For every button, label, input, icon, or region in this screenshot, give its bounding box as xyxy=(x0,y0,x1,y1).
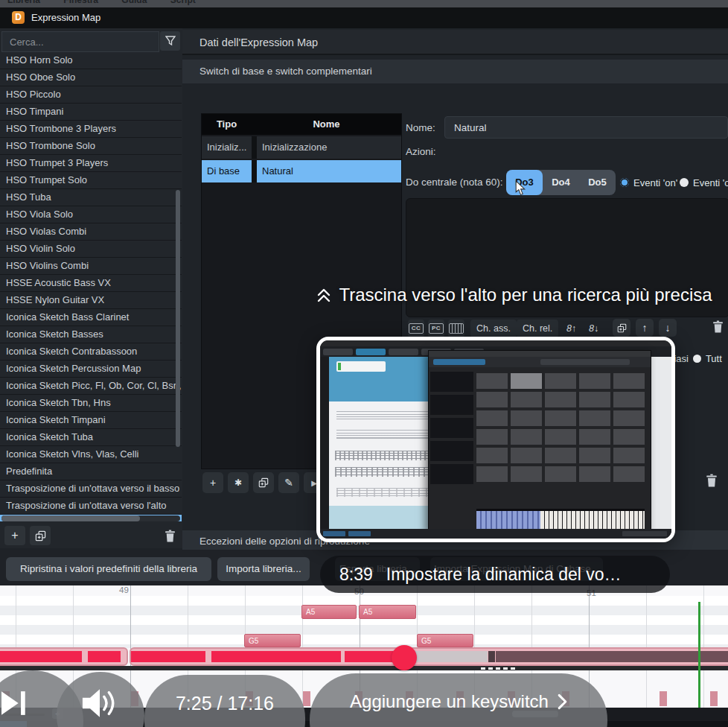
list-item[interactable]: HSSE Acoustic Bass VX xyxy=(0,275,182,292)
thumb-menu-bar xyxy=(320,340,671,346)
delete-action-button[interactable] xyxy=(712,320,724,336)
section-switches-header: Switch di base e switch complementari xyxy=(182,60,728,83)
next-icon[interactable] xyxy=(1,691,27,715)
move-up-button[interactable]: ↑ xyxy=(636,319,654,337)
delete-map-button[interactable] xyxy=(159,526,180,545)
thumb-tab xyxy=(323,349,353,355)
column-divider xyxy=(252,136,257,159)
seekbar-watched[interactable] xyxy=(0,651,82,662)
radio-eventi-on[interactable]: Eventi 'on' xyxy=(620,170,677,195)
menu-bar-clipped: Libreria Finestra Guida Script xyxy=(0,0,728,7)
thumb-pad-selected xyxy=(511,373,542,389)
ruler-label: 49 xyxy=(119,585,129,594)
radio-eventi-off[interactable]: Eventi 'of xyxy=(680,170,728,195)
chapter-time: 8:39 xyxy=(339,565,373,585)
horizontal-scrollbar[interactable] xyxy=(1,515,180,521)
dorico-app-icon: D xyxy=(12,11,25,24)
thumb-keyboard xyxy=(540,509,645,529)
segment-do5[interactable]: Do5 xyxy=(579,170,616,195)
list-item[interactable]: Trasposizione di un'ottava verso il bass… xyxy=(0,480,182,498)
channel-absolute-button[interactable]: Ch. ass. xyxy=(470,320,517,337)
filter-button[interactable] xyxy=(160,31,180,51)
duplicate-icon xyxy=(617,323,627,333)
delete-exception-button[interactable] xyxy=(706,474,718,490)
duplicate-switch-button[interactable] xyxy=(253,472,274,493)
seekbar-watched[interactable] xyxy=(211,651,341,662)
list-item[interactable]: Trasposizione di un'ottava verso l'alto xyxy=(0,498,182,515)
table-row-selected[interactable]: Di base Natural xyxy=(202,160,401,182)
funnel-icon xyxy=(165,36,176,46)
search-input[interactable] xyxy=(1,31,159,52)
column-header-nome[interactable]: Nome xyxy=(252,114,401,135)
list-item[interactable]: HSO Horn Solo xyxy=(0,52,182,69)
list-item[interactable]: HSO Trumpet 3 Players xyxy=(0,155,182,172)
vertical-scrollbar-thumb[interactable] xyxy=(176,190,180,447)
add-map-button[interactable]: + xyxy=(4,526,25,545)
cell-nome: Natural xyxy=(257,160,401,182)
midi-note: G5 xyxy=(417,634,473,647)
add-switch-button[interactable]: + xyxy=(202,472,223,493)
pc-button[interactable]: PC xyxy=(428,320,444,337)
seekbar-remaining[interactable] xyxy=(496,651,728,662)
channel-relative-button[interactable]: Ch. rel. xyxy=(517,320,558,337)
scrub-dash xyxy=(488,667,493,670)
cc-button[interactable]: CC xyxy=(408,320,424,337)
octave-up-button[interactable]: 8↑ xyxy=(561,320,582,337)
radio-fragment-qualsiasi-tutti[interactable]: lsiasi Tutt xyxy=(667,346,728,371)
auto-add-button[interactable]: ✱ xyxy=(228,472,249,493)
list-item[interactable]: Predefinita xyxy=(0,463,182,480)
table-header-row: Tipo Nome xyxy=(202,114,401,135)
next-chapter-pill[interactable]: Aggiungere un keyswitch xyxy=(310,673,607,727)
list-item[interactable]: HSO Trombone Solo xyxy=(0,138,182,155)
list-item[interactable]: HSSE Nylon Guitar VX xyxy=(0,292,182,309)
list-item[interactable]: Iconica Sketch Contrabassoon xyxy=(0,343,182,361)
seekbar-scrubber-knob[interactable] xyxy=(392,645,417,670)
expression-map-list: HSO Horn Solo HSO Oboe Solo HSO Piccolo … xyxy=(0,52,182,521)
seekbar-buffered[interactable] xyxy=(414,651,488,662)
thumb-tool-rail xyxy=(320,357,329,529)
arrow-down-icon: ↓ xyxy=(665,322,671,334)
list-item[interactable]: Iconica Sketch Timpani xyxy=(0,412,182,429)
list-item[interactable]: HSO Tuba xyxy=(0,189,182,206)
chapter-preview-thumbnail[interactable] xyxy=(316,337,675,542)
list-item[interactable]: Iconica Sketch Bass Clarinet xyxy=(0,309,182,326)
radio-label: Eventi 'on' xyxy=(633,177,677,188)
list-item[interactable]: Iconica Sketch Percussion Map xyxy=(0,361,182,378)
segment-do4[interactable]: Do4 xyxy=(543,170,579,195)
midi-note: A5 xyxy=(359,605,416,619)
chapter-preview-pill[interactable]: 8:39 Impostare la dinamica del vo… xyxy=(320,556,670,593)
list-item[interactable]: HSO Trumpet Solo xyxy=(0,172,182,189)
list-item[interactable]: Iconica Sketch Basses xyxy=(0,326,182,343)
nome-input[interactable]: Natural xyxy=(444,116,728,139)
move-down-button[interactable]: ↓ xyxy=(659,319,677,337)
list-item[interactable]: HSO Violin Solo xyxy=(0,241,182,258)
seekbar-watched[interactable] xyxy=(88,651,121,662)
list-item[interactable]: HSO Violins Combi xyxy=(0,258,182,275)
duplicate-action-button[interactable] xyxy=(613,319,630,337)
import-library-button[interactable]: Importa libreria... xyxy=(217,557,310,581)
list-item[interactable]: Iconica Sketch Tbn, Hns xyxy=(0,395,182,412)
keyswitch-button[interactable] xyxy=(448,320,464,337)
volume-icon[interactable] xyxy=(80,687,119,720)
seekbar-watched[interactable] xyxy=(131,651,205,662)
list-item[interactable]: HSO Trombone 3 Players xyxy=(0,121,182,138)
thumb-card xyxy=(336,361,386,372)
list-item[interactable]: HSO Piccolo xyxy=(0,86,182,104)
list-item[interactable]: HSO Oboe Solo xyxy=(0,69,182,86)
list-item[interactable]: Iconica Sketch Tuba xyxy=(0,429,182,446)
list-item[interactable]: HSO Timpani xyxy=(0,104,182,121)
horizontal-scrollbar-thumb[interactable] xyxy=(1,515,140,521)
cell-nome: Inizializzazione xyxy=(257,136,401,159)
table-row[interactable]: Inizializ... Inizializzazione xyxy=(202,136,401,159)
piano-roll-bottom-edge xyxy=(0,666,728,670)
list-item[interactable]: HSO Violas Combi xyxy=(0,223,182,241)
duplicate-map-button[interactable] xyxy=(30,526,51,545)
list-item[interactable]: HSO Viola Solo xyxy=(0,206,182,223)
octave-down-button[interactable]: 8↓ xyxy=(583,320,604,337)
restore-defaults-button[interactable]: Ripristina i valori predefiniti della li… xyxy=(6,557,211,581)
list-item[interactable]: Iconica Sketch Picc, Fl, Ob, Cor, Cl, Bs… xyxy=(0,378,182,395)
edit-switch-button[interactable]: ✎ xyxy=(278,472,299,493)
column-header-tipo[interactable]: Tipo xyxy=(202,114,252,135)
sparkle-icon: ✱ xyxy=(234,477,242,488)
list-item[interactable]: Iconica Sketch Vlns, Vlas, Celli xyxy=(0,446,182,463)
